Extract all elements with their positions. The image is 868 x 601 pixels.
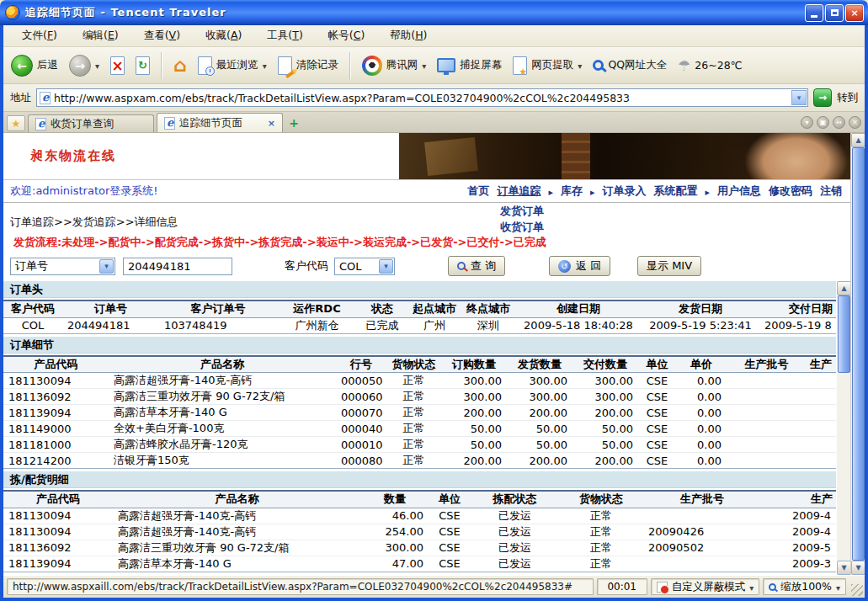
nav-user-info[interactable]: 用户信息 (717, 183, 761, 199)
customer-code-select[interactable]: COL (334, 258, 395, 275)
menu-help[interactable]: 帮助(H) (378, 26, 439, 45)
scrollbar-thumb[interactable] (852, 147, 865, 561)
home-button[interactable] (171, 55, 189, 77)
menu-file[interactable]: 文件(F) (10, 26, 69, 45)
close-button[interactable]: × (845, 4, 864, 22)
maximize-button[interactable] (825, 4, 844, 22)
menu-view[interactable]: 查看(V) (132, 26, 192, 45)
cell: 000040 (336, 421, 386, 437)
cell: 2009-5-18 18:40:28 (515, 317, 642, 333)
cell: 204494181 (62, 317, 159, 333)
shipping-process-text: 发货流程:未处理->配货中->配货完成->拣货中->拣货完成->装运中->装运完… (13, 235, 836, 249)
back-button[interactable]: 后退 (8, 53, 61, 78)
column-header: 生产批号 (727, 356, 807, 373)
scroll-down-icon[interactable] (851, 561, 865, 575)
nav-system-config[interactable]: 系统配置 (653, 183, 697, 199)
cell (807, 453, 836, 469)
cell: 2009-4 (761, 524, 836, 540)
show-miv-label: 显示 MIV (647, 258, 692, 274)
tab-close-all-icon[interactable]: × (849, 116, 861, 129)
qq-sites-button[interactable]: QQ网址大全 (590, 56, 669, 74)
inner-scrollbar[interactable] (836, 281, 850, 575)
title-bar: 追踪细节页面 - Tencent Traveler × (0, 0, 868, 25)
scroll-up-icon[interactable] (851, 133, 865, 147)
forward-button[interactable] (67, 53, 102, 78)
tab-receive-order-query[interactable]: 收货订单查询 (28, 114, 154, 132)
go-button[interactable] (813, 88, 832, 107)
submenu-outbound-orders[interactable]: 发货订单 (500, 204, 544, 219)
cell: 正常 (559, 508, 643, 524)
menu-tools[interactable]: 工具(T) (255, 26, 314, 45)
block-mode-control[interactable]: 自定义屏蔽模式 (651, 578, 760, 595)
capture-screen-button[interactable]: 捕捉屏幕 (434, 56, 504, 74)
table-row: 181139094高露洁草本牙膏-140 G000070正常200.00200.… (3, 405, 836, 421)
block-mode-dropdown-icon[interactable] (749, 581, 754, 593)
nav-home[interactable]: 首页 (467, 183, 489, 199)
page-scrollbar[interactable] (850, 133, 865, 575)
nav-change-password[interactable]: 修改密码 (769, 183, 812, 199)
qq-penguin-icon (362, 56, 382, 76)
nav-inventory[interactable]: 库存 (561, 183, 583, 199)
cell: 0.00 (676, 373, 727, 389)
cell: 181136092 (3, 540, 113, 556)
tab-restore-icon[interactable]: ▣ (817, 116, 829, 129)
clear-history-button[interactable]: 清除记录 (275, 55, 341, 77)
return-button[interactable]: 返 回 (549, 256, 610, 276)
cell: 200.00 (441, 453, 507, 469)
recent-dropdown-icon[interactable] (263, 59, 267, 72)
qq-portal-button[interactable]: 腾讯网 (359, 54, 429, 77)
cell: 200.00 (572, 405, 638, 421)
select-arrow-icon[interactable] (379, 259, 393, 274)
extract-page-button[interactable]: 网页提取 (510, 55, 584, 77)
new-tab-button[interactable]: + (285, 115, 302, 130)
cell: 181136092 (3, 389, 109, 405)
cell (727, 437, 807, 453)
menu-favorites[interactable]: 收藏(A) (194, 26, 253, 45)
column-header: 生产 (807, 356, 836, 373)
tab-list-icon[interactable]: ▾ (801, 116, 813, 129)
forward-dropdown-icon[interactable] (95, 59, 99, 72)
table-row: 181139094高露洁草本牙膏-140 G47.00CSE已发运正常2009-… (3, 556, 836, 572)
order-field-select[interactable]: 订单号 (10, 258, 115, 275)
select-arrow-icon[interactable] (99, 259, 114, 274)
tab-close-icon[interactable]: × (268, 118, 275, 129)
address-url[interactable]: http://www.aspxam.com/ebs/track/TrackDet… (54, 92, 807, 104)
cell: 正常 (559, 524, 643, 540)
order-number-input[interactable] (123, 258, 232, 275)
stop-button[interactable] (108, 55, 127, 77)
recent-browsing-button[interactable]: 最近浏览 (195, 55, 269, 77)
menu-account[interactable]: 帐号(C) (317, 26, 377, 45)
browser-window: 追踪细节页面 - Tencent Traveler × 文件(F) 编辑(E) … (0, 0, 868, 601)
scrollbar-thumb[interactable] (838, 295, 850, 373)
cell: 0.00 (676, 421, 727, 437)
menu-bar: 文件(F) 编辑(E) 查看(V) 收藏(A) 工具(T) 帐号(C) 帮助(H… (3, 25, 865, 47)
resize-grip[interactable] (851, 584, 863, 596)
zoom-control[interactable]: 缩放100% (763, 578, 846, 595)
query-button[interactable]: 查 询 (448, 256, 505, 276)
qq-portal-dropdown-icon[interactable] (422, 59, 426, 72)
favorites-star-icon[interactable] (7, 115, 25, 131)
cell: 0.00 (676, 437, 727, 453)
tab-track-detail[interactable]: 追踪细节页面 × (157, 113, 283, 132)
address-dropdown-icon[interactable] (791, 90, 807, 105)
submenu-inbound-orders[interactable]: 收货订单 (500, 220, 544, 235)
address-field[interactable]: http://www.aspxam.com/ebs/track/TrackDet… (36, 88, 808, 107)
nav-order-tracking[interactable]: 订单追踪 (497, 183, 541, 199)
cell: 20090426 (643, 524, 761, 540)
scroll-up-icon[interactable] (837, 281, 851, 295)
menu-edit[interactable]: 编辑(E) (71, 26, 130, 45)
refresh-button[interactable] (133, 55, 152, 77)
nav-logout[interactable]: 注销 (820, 183, 842, 199)
order-field-value: 订单号 (15, 258, 48, 274)
zoom-dropdown-icon[interactable] (836, 581, 840, 593)
weather-widget[interactable]: 26~28℃ (675, 56, 745, 76)
tab-switch-icon[interactable]: ↔ (833, 116, 845, 129)
extract-dropdown-icon[interactable] (578, 59, 582, 72)
scroll-down-icon[interactable] (837, 561, 851, 575)
minimize-button[interactable] (805, 4, 823, 22)
nav-order-entry[interactable]: 订单录入 (602, 183, 646, 199)
cell: CSE (638, 373, 676, 389)
table-row: 181130094高露洁超强牙膏-140克-高钙46.00CSE已发运正常200… (3, 508, 836, 524)
header-row: 客户代码订单号客户订单号运作RDC状态起点城市终点城市创建日期发货日期交付日期 (3, 300, 836, 317)
show-miv-button[interactable]: 显示 MIV (637, 256, 701, 276)
